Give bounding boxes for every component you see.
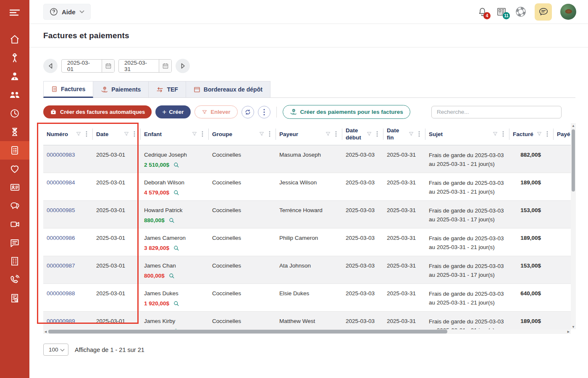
end-date-value[interactable]: 2025-03-31 (119, 60, 159, 72)
filter-icon[interactable] (536, 129, 543, 139)
table-row[interactable]: 000000988 2025-03-01 James Dukes 1 920,0… (43, 284, 571, 312)
end-date-field[interactable]: 2025-03-31 (118, 59, 172, 73)
column-menu-icon[interactable] (199, 129, 206, 139)
table-row[interactable]: 000000985 2025-03-01 Howard Patrick 880,… (43, 201, 571, 228)
scroll-up-icon[interactable]: ▲ (571, 123, 576, 128)
start-date-field[interactable]: 2025-03-01 (61, 59, 115, 73)
column-header[interactable]: Payeur (279, 131, 298, 138)
magnifier-icon[interactable] (173, 189, 180, 196)
sidebar-item-facility[interactable] (0, 252, 29, 270)
pagination-bar: 100 Affichage de 1 - 21 sur 21 (43, 344, 588, 356)
column-menu-icon[interactable] (543, 129, 551, 139)
invoice-number-link[interactable]: 000000983 (47, 152, 75, 158)
notifications-button[interactable]: 4 (477, 6, 488, 17)
sidebar-item-invoices[interactable] (0, 141, 29, 160)
sidebar-item-calls[interactable] (0, 270, 29, 289)
invoice-number-link[interactable]: 000000987 (47, 262, 75, 269)
column-header[interactable]: Date début (346, 127, 365, 141)
magnifier-icon[interactable] (168, 217, 175, 224)
create-button[interactable]: + Créer (155, 105, 190, 118)
column-menu-icon[interactable] (83, 129, 90, 139)
table-row[interactable]: 000000989 2025-03-01 James Kirby 4 036,0… (43, 312, 571, 329)
page-size-select[interactable]: 100 (43, 344, 68, 356)
column-header[interactable]: Facturé (513, 131, 533, 138)
filter-icon[interactable] (491, 129, 499, 139)
remove-filter-button[interactable]: Enlever (194, 105, 238, 118)
invoice-number-link[interactable]: 000000988 (47, 290, 75, 297)
sidebar-item-comments[interactable] (0, 234, 29, 252)
column-menu-icon[interactable] (373, 129, 381, 139)
invoice-number-link[interactable]: 000000985 (47, 207, 75, 213)
filter-icon[interactable] (191, 129, 198, 139)
column-header[interactable]: Numéro (47, 131, 68, 138)
sidebar-item-messaging[interactable] (0, 197, 29, 215)
column-menu-icon[interactable] (266, 129, 273, 139)
column-menu-icon[interactable] (499, 129, 507, 139)
filter-icon[interactable] (365, 129, 373, 139)
horizontal-scroll-thumb[interactable] (48, 330, 447, 333)
sidebar-item-home[interactable] (0, 30, 29, 49)
magnifier-icon[interactable] (173, 162, 180, 168)
sidebar-item-hourglass[interactable] (0, 123, 29, 141)
table-row[interactable]: 000000986 2025-03-01 James Cameron 3 829… (43, 228, 571, 256)
column-header[interactable]: Date (96, 131, 108, 138)
search-input[interactable] (431, 106, 562, 118)
sidebar-item-group[interactable] (0, 86, 29, 104)
sidebar-item-health[interactable] (0, 160, 29, 178)
invoice-number-link[interactable]: 000000984 (47, 179, 75, 186)
more-options-button[interactable] (258, 106, 270, 118)
balance-amount: 3 829,00$ (144, 244, 169, 252)
forms-button[interactable]: 11 (496, 6, 507, 17)
magnifier-icon[interactable] (168, 273, 175, 279)
column-header[interactable]: Payé (557, 131, 570, 138)
scroll-down-icon[interactable]: ▼ (571, 324, 576, 329)
sidebar-item-schedule[interactable] (0, 104, 29, 123)
sidebar-item-video[interactable] (0, 215, 29, 234)
sidebar-item-contacts[interactable] (0, 178, 29, 197)
invoice-number-link[interactable]: 000000986 (47, 235, 75, 241)
sidebar-item-child[interactable] (0, 49, 29, 67)
tab-paiements[interactable]: $ Paiements (93, 81, 149, 98)
table-row[interactable]: 000000987 2025-03-01 James Chan 800,00$ … (43, 256, 571, 284)
horizontal-scrollbar[interactable]: ◀ ▶ (43, 329, 571, 334)
column-menu-icon[interactable] (332, 129, 340, 139)
support-button[interactable] (515, 6, 526, 17)
filter-icon[interactable] (407, 129, 415, 139)
scroll-left-icon[interactable]: ◀ (43, 329, 48, 334)
previous-period-button[interactable] (43, 59, 58, 73)
tab-bordereaux[interactable]: Bordereaux de dépôt (186, 81, 270, 98)
chat-button[interactable] (535, 3, 552, 21)
column-header[interactable]: Date fin (387, 127, 407, 141)
table-row[interactable]: 000000983 2025-03-01 Cedrique Joseph 2 5… (43, 145, 571, 173)
refresh-button[interactable] (242, 106, 254, 118)
scroll-right-icon[interactable]: ▶ (566, 329, 571, 334)
tab-tef[interactable]: TEF (149, 81, 186, 98)
table-row[interactable]: 000000984 2025-03-01 Deborah Wilson 4 57… (43, 173, 571, 201)
calendar-icon[interactable] (159, 60, 171, 72)
filter-icon[interactable] (258, 129, 265, 139)
next-period-button[interactable] (176, 59, 190, 73)
help-button[interactable]: Aide (43, 4, 91, 20)
user-avatar[interactable] (560, 4, 576, 20)
create-auto-invoices-button[interactable]: Créer des factures automatiques (43, 105, 152, 118)
column-header[interactable]: Groupe (212, 131, 232, 138)
magnifier-icon[interactable] (173, 300, 180, 307)
menu-icon[interactable] (0, 0, 29, 25)
create-payments-button[interactable]: $ Créer des paiements pour les factures (283, 105, 410, 119)
sidebar-item-educator[interactable] (0, 67, 29, 86)
tab-factures[interactable]: Factures (43, 81, 93, 98)
vertical-scrollbar[interactable]: ▲ ▼ (571, 123, 576, 329)
filter-icon[interactable] (75, 129, 82, 139)
invoice-number-link[interactable]: 000000989 (47, 318, 75, 324)
magnifier-icon[interactable] (173, 245, 180, 252)
vertical-scroll-thumb[interactable] (572, 129, 575, 192)
column-menu-icon[interactable] (131, 129, 138, 139)
column-menu-icon[interactable] (415, 129, 423, 139)
sidebar-item-reports[interactable] (0, 289, 29, 307)
filter-icon[interactable] (123, 129, 130, 139)
start-date-value[interactable]: 2025-03-01 (62, 60, 102, 72)
column-header[interactable]: Enfant (144, 131, 162, 138)
column-header[interactable]: Sujet (429, 131, 443, 138)
filter-icon[interactable] (324, 129, 332, 139)
calendar-icon[interactable] (102, 60, 114, 72)
